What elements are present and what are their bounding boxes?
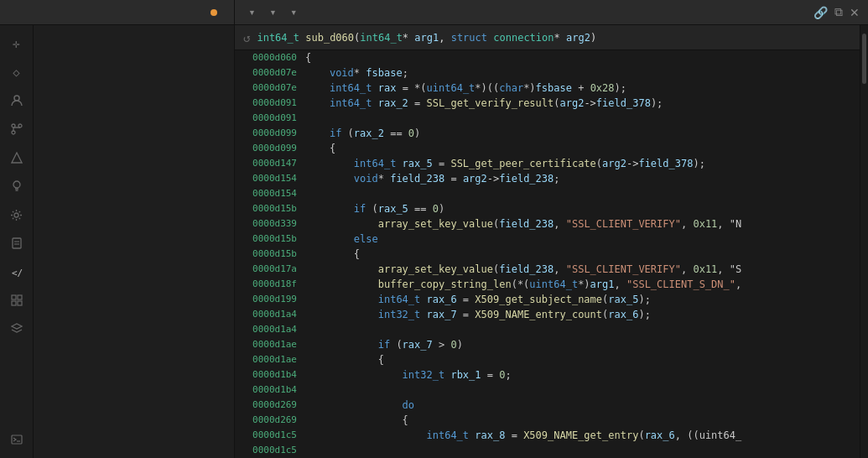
code-cell: int64_t rax_8 = X509_NAME_get_entry(rax_… xyxy=(302,428,860,443)
address-cell: 0000d154 xyxy=(235,186,302,201)
copy-icon[interactable]: ⧉ xyxy=(834,5,843,19)
code-cell: do xyxy=(302,398,860,413)
address-cell: 0000d269 xyxy=(235,413,302,428)
table-row: 0000d199 int64_t rax_6 = X509_get_subjec… xyxy=(235,292,860,307)
sidebar-bulb-icon[interactable] xyxy=(5,174,29,198)
function-header: ↺ int64_t sub_d060(int64_t* arg1, struct… xyxy=(235,25,860,50)
sidebar-cursor-icon[interactable]: ✛ xyxy=(5,32,29,55)
table-row: 0000d15b { xyxy=(235,247,860,262)
vertical-scrollbar[interactable] xyxy=(860,25,868,458)
address-cell: 0000d060 xyxy=(235,50,302,65)
code-cell: { xyxy=(302,50,860,65)
svg-rect-12 xyxy=(18,295,22,299)
svg-text:</>: </> xyxy=(12,268,23,278)
svg-rect-7 xyxy=(13,238,21,248)
svg-rect-11 xyxy=(12,295,16,299)
top-bar-right: ▼ ▼ ▼ 🔗 ⧉ ✕ xyxy=(235,0,868,24)
address-cell: 0000d339 xyxy=(235,216,302,232)
address-cell: 0000d269 xyxy=(235,398,302,413)
tab-linear[interactable]: ▼ xyxy=(264,7,280,18)
address-cell: 0000d17a xyxy=(235,262,302,277)
table-row: 0000d15b if (rax_5 == 0) xyxy=(235,201,860,216)
address-cell: 0000d1b4 xyxy=(235,383,302,398)
svg-point-5 xyxy=(13,181,20,188)
table-row: 0000d269 do xyxy=(235,398,860,413)
svg-marker-4 xyxy=(12,153,22,163)
sidebar-layers-icon[interactable] xyxy=(5,317,29,341)
code-cell: int32_t rbx_1 = 0; xyxy=(302,367,860,383)
file-panel xyxy=(34,25,235,458)
table-row: 0000d1ae if (rax_7 > 0) xyxy=(235,337,860,352)
sidebar-grid-icon[interactable] xyxy=(5,289,29,312)
code-cell: int64_t rax_2 = SSL_get_verify_result(ar… xyxy=(302,96,860,111)
tab-elf[interactable]: ▼ xyxy=(243,7,259,18)
svg-point-3 xyxy=(12,131,15,134)
address-cell: 0000d07e xyxy=(235,65,302,81)
table-row: 0000d1a4 int32_t rax_7 = X509_NAME_entry… xyxy=(235,307,860,322)
sidebar-shapes-icon[interactable] xyxy=(5,146,29,169)
code-cell: void* field_238 = arg2->field_238; xyxy=(302,171,860,186)
sidebar-gear-icon[interactable] xyxy=(5,203,29,226)
top-bar-icons: 🔗 ⧉ ✕ xyxy=(813,5,860,19)
table-row: 0000d269 { xyxy=(235,413,860,428)
code-cell: else xyxy=(302,232,860,247)
sidebar-tag-icon[interactable]: ◇ xyxy=(5,60,29,84)
code-cell: int64_t rax_5 = SSL_get_peer_certificate… xyxy=(302,156,860,171)
pseudoc-caret-icon: ▼ xyxy=(290,8,298,17)
table-row: 0000d091 int64_t rax_2 = SSL_get_verify_… xyxy=(235,96,860,111)
table-row: 0000d154 void* field_238 = arg2->field_2… xyxy=(235,171,860,186)
sidebar-terminal-icon[interactable] xyxy=(5,428,29,451)
table-row: 0000d1ae { xyxy=(235,352,860,367)
main-content: ✛ ◇ </> xyxy=(0,25,868,458)
sidebar-book-icon[interactable] xyxy=(5,232,29,255)
code-cell: { xyxy=(302,141,860,156)
table-row: 0000d1c5 xyxy=(235,443,860,458)
address-cell: 0000d1c5 xyxy=(235,428,302,443)
address-cell: 0000d15b xyxy=(235,201,302,216)
sidebar-person-icon[interactable] xyxy=(5,89,29,112)
table-row: 0000d1a4 xyxy=(235,322,860,337)
table-row: 0000d1b4 xyxy=(235,383,860,398)
address-cell: 0000d099 xyxy=(235,126,302,141)
back-arrow-icon[interactable]: ↺ xyxy=(243,31,250,44)
table-row: 0000d15b else xyxy=(235,232,860,247)
code-cell: int64_t rax = *(uint64_t*)((char*)fsbase… xyxy=(302,81,860,96)
address-cell: 0000d1b4 xyxy=(235,367,302,383)
code-body[interactable]: 0000d060{0000d07e void* fsbase;0000d07e … xyxy=(235,50,860,458)
code-table: 0000d060{0000d07e void* fsbase;0000d07e … xyxy=(235,50,860,458)
address-cell: 0000d1a4 xyxy=(235,322,302,337)
table-row: 0000d339 array_set_key_value(field_238, … xyxy=(235,216,860,232)
code-cell: if (rax_7 > 0) xyxy=(302,337,860,352)
svg-point-0 xyxy=(14,96,19,101)
address-cell: 0000d1ae xyxy=(235,352,302,367)
tab-pseudo-c[interactable]: ▼ xyxy=(285,7,301,18)
code-cell xyxy=(302,383,860,398)
table-row: 0000d1b4 int32_t rbx_1 = 0; xyxy=(235,367,860,383)
elf-caret-icon: ▼ xyxy=(248,8,256,17)
address-cell: 0000d07e xyxy=(235,81,302,96)
link-icon[interactable]: 🔗 xyxy=(813,6,828,19)
address-cell: 0000d15b xyxy=(235,232,302,247)
close-panel-icon[interactable]: ✕ xyxy=(850,6,860,19)
top-bar-left xyxy=(0,0,235,24)
code-cell: { xyxy=(302,247,860,262)
code-cell: buffer_copy_string_len(*(uint64_t*)arg1,… xyxy=(302,277,860,292)
table-row: 0000d1c5 int64_t rax_8 = X509_NAME_get_e… xyxy=(235,428,860,443)
svg-rect-14 xyxy=(18,301,22,305)
address-cell: 0000d1c5 xyxy=(235,443,302,458)
sidebar-branch-icon[interactable] xyxy=(5,117,29,141)
top-bar: ▼ ▼ ▼ 🔗 ⧉ ✕ xyxy=(0,0,868,25)
viewing-dot xyxy=(211,9,217,16)
address-cell: 0000d15b xyxy=(235,247,302,262)
table-row: 0000d091 xyxy=(235,111,860,126)
address-cell: 0000d18f xyxy=(235,277,302,292)
sidebar-search-code-icon[interactable]: </> xyxy=(5,260,29,284)
vertical-scrollbar-thumb[interactable] xyxy=(862,34,866,84)
code-cell: if (rax_2 == 0) xyxy=(302,126,860,141)
code-cell xyxy=(302,186,860,201)
svg-rect-13 xyxy=(12,301,16,305)
code-cell: { xyxy=(302,352,860,367)
code-cell xyxy=(302,443,860,458)
function-signature: int64_t sub_d060(int64_t* arg1, struct c… xyxy=(257,32,596,44)
table-row: 0000d154 xyxy=(235,186,860,201)
